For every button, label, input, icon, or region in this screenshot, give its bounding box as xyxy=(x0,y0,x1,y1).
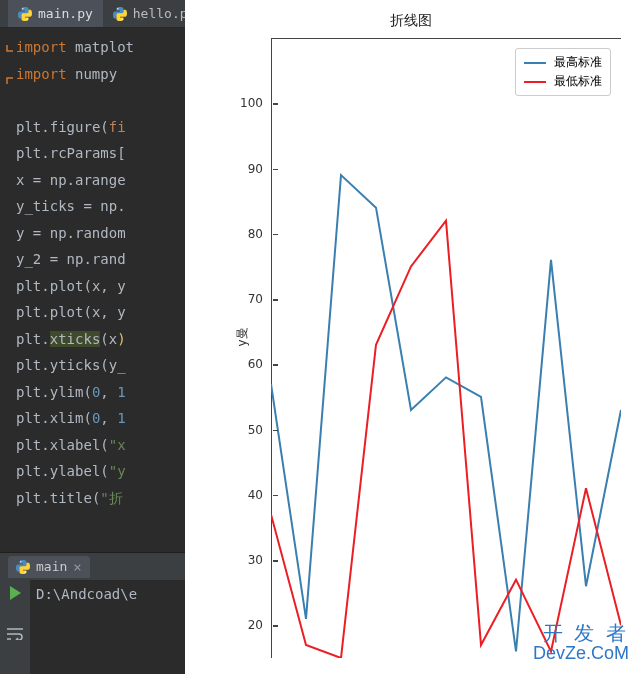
editor-tabs: main.py hello.p xyxy=(0,0,185,28)
run-button[interactable] xyxy=(10,586,21,600)
run-tab-label: main xyxy=(36,559,67,574)
code-text: y_2 = np.rand xyxy=(16,246,126,273)
gutter-fold-icon xyxy=(6,40,14,54)
y-axis-label: y曼 xyxy=(234,327,251,346)
console-output[interactable]: D:\Andcoad\e xyxy=(36,586,137,602)
close-icon[interactable]: × xyxy=(73,559,81,575)
y-tick-label: 100 xyxy=(231,96,271,110)
y-tick-label: 40 xyxy=(231,488,271,502)
legend-item: 最低标准 xyxy=(524,72,602,91)
python-icon xyxy=(113,7,127,21)
code-text: plt.figure(plt.figure(fifi xyxy=(16,114,126,141)
svg-point-1 xyxy=(26,18,27,19)
code-text: plt.xticks(x) xyxy=(16,326,126,353)
keyword: import xyxy=(16,61,67,88)
legend-label: 最高标准 xyxy=(554,54,602,71)
python-icon xyxy=(18,7,32,21)
legend-swatch xyxy=(524,62,546,64)
code-text: plt.xlim(0, 1 xyxy=(16,405,126,432)
code-text: plt.ylim(0, 1 xyxy=(16,379,126,406)
svg-point-3 xyxy=(121,18,122,19)
keyword: import xyxy=(16,34,67,61)
run-tab-main[interactable]: main × xyxy=(8,556,90,578)
tab-hello-py[interactable]: hello.p xyxy=(103,0,198,27)
y-tick-label: 80 xyxy=(231,227,271,241)
svg-point-2 xyxy=(117,8,118,9)
code-text: matplot xyxy=(75,34,134,61)
console-side-toolbar xyxy=(0,580,30,674)
code-text: y = np.random xyxy=(16,220,126,247)
y-tick-label: 50 xyxy=(231,423,271,437)
gutter-fold-icon xyxy=(6,67,14,81)
chart-legend: 最高标准 最低标准 xyxy=(515,48,611,96)
chart-title: 折线图 xyxy=(185,0,637,30)
y-tick-label: 60 xyxy=(231,357,271,371)
code-text: plt.plot(x, y xyxy=(16,273,126,300)
code-text: plt.ylabel("y xyxy=(16,458,126,485)
code-text: plt.plot(x, y xyxy=(16,299,126,326)
code-text: numpy xyxy=(75,61,117,88)
console-panel: D:\Andcoad\e xyxy=(0,580,185,674)
code-text: plt.xlabel("x xyxy=(16,432,126,459)
y-tick-label: 30 xyxy=(231,553,271,567)
legend-label: 最低标准 xyxy=(554,73,602,90)
soft-wrap-icon[interactable] xyxy=(7,628,23,640)
code-area[interactable]: import matplot import numpy plt.figure(p… xyxy=(0,28,185,511)
svg-point-0 xyxy=(22,8,23,9)
svg-point-4 xyxy=(20,561,21,562)
y-tick-label: 90 xyxy=(231,162,271,176)
svg-point-5 xyxy=(24,571,25,572)
code-text: plt.rcParams[ xyxy=(16,140,126,167)
code-text: plt.title("折 xyxy=(16,485,123,512)
code-text: y_ticks = np. xyxy=(16,193,126,220)
legend-item: 最高标准 xyxy=(524,53,602,72)
y-tick-label: 70 xyxy=(231,292,271,306)
chart-lines xyxy=(271,38,621,658)
code-text: x = np.arange xyxy=(16,167,126,194)
y-tick-label: 20 xyxy=(231,618,271,632)
legend-swatch xyxy=(524,81,546,83)
plot-panel: 折线图 y曼 最高标准 最低标准 2030405060708090100 开 发… xyxy=(185,0,637,674)
python-icon xyxy=(16,560,30,574)
chart-axes: 最高标准 最低标准 2030405060708090100 xyxy=(271,38,621,658)
tab-label: main.py xyxy=(38,6,93,21)
tab-main-py[interactable]: main.py xyxy=(8,0,103,27)
code-text: plt.yticks(y_ xyxy=(16,352,126,379)
tab-label: hello.p xyxy=(133,6,188,21)
